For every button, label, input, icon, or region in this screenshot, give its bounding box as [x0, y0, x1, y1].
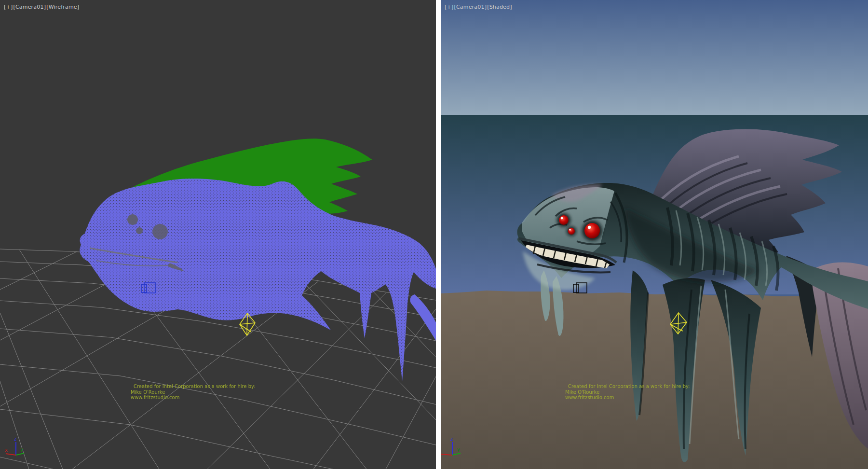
eye-medium	[559, 215, 569, 225]
viewport-label-right: [+][Camera01][Shaded]	[445, 4, 513, 10]
axis-y-label: y	[457, 447, 460, 452]
viewport-shading-menu[interactable]: [Shaded]	[487, 4, 512, 10]
sky-background	[441, 0, 868, 115]
viewport-camera-menu[interactable]: [Camera01]	[13, 4, 46, 10]
app-window: [+][Camera01][Wireframe]	[0, 0, 868, 472]
axis-x-label: x	[5, 447, 8, 453]
viewport-shaded[interactable]: [+][Camera01][Shaded]	[441, 0, 868, 469]
axis-z-label: z	[14, 436, 16, 442]
viewport-camera-menu[interactable]: [Camera01]	[454, 4, 487, 10]
viewport-wireframe[interactable]: [+][Camera01][Wireframe]	[0, 0, 436, 469]
eye-small	[568, 228, 575, 235]
axis-y-label: y	[20, 447, 23, 452]
watermark-text: Created for Intel Corporation as a work …	[565, 384, 690, 401]
viewport-shading-menu[interactable]: [Wireframe]	[46, 4, 79, 10]
eye-large	[584, 223, 600, 238]
viewport-label-left: [+][Camera01][Wireframe]	[4, 4, 80, 10]
viewport-pan-menu[interactable]: [+]	[445, 4, 453, 10]
axis-z-label: z	[450, 436, 453, 442]
watermark-text: Created for Intel Corporation as a work …	[131, 384, 256, 401]
viewport-pan-menu[interactable]: [+]	[4, 4, 13, 10]
